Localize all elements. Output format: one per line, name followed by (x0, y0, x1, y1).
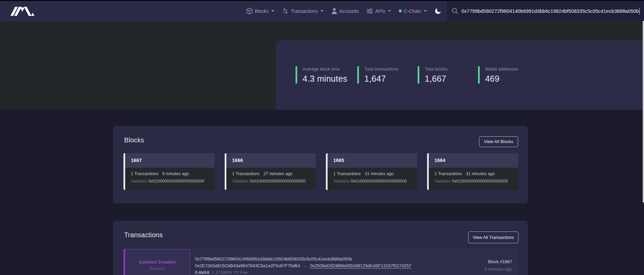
transaction-amount: 0 AVAX (195, 270, 209, 275)
transaction-status: Success (149, 266, 166, 271)
search-icon (452, 8, 458, 14)
cube-icon (246, 8, 253, 15)
block-number[interactable]: 1665 (326, 153, 417, 168)
stat-value: 4.3 minutes (303, 74, 347, 84)
to-address-link[interactable]: 0x2938eD5D869e50DA6f125dfc45F13157f52742… (310, 263, 411, 268)
chevron-down-icon (320, 10, 324, 12)
block-card[interactable]: 1667 1 Transactions9 minutes ago Validat… (123, 153, 215, 190)
validator-address: 0x01000000000000000000000000000000000000… (351, 179, 412, 184)
nav-item-transactions[interactable]: Transactions (282, 8, 324, 14)
nav-transactions-label: Transactions (291, 8, 318, 14)
stat-accent-bar (418, 66, 419, 84)
view-all-transactions-button[interactable]: View All Transactions (468, 231, 519, 243)
chain-status-dot (399, 9, 402, 12)
chevron-down-icon (388, 10, 391, 12)
stat-label: Total blocks (425, 67, 448, 72)
block-accent-bar (326, 153, 328, 190)
transaction-age: 9 minutes ago (484, 267, 512, 272)
sliders-icon (366, 8, 373, 14)
search-bar[interactable]: 0x7799bd580272f9604140b6991d3bb6c19924bf… (447, 1, 644, 21)
chevron-down-icon (424, 10, 427, 12)
block-tx-count: 1 Transactions (131, 171, 158, 176)
transaction-hash[interactable]: 0x7799bd580272f9604140b6991d3bb6c19924bf… (195, 256, 519, 262)
validator-label: Validator (435, 179, 451, 184)
search-input-value[interactable]: 0x7799bd580272f9604140b6991d3bb6c19924bf… (461, 8, 639, 14)
stat-label: Wallet addresses (485, 67, 519, 72)
from-address[interactable]: 0x2E7263d815CbB43a9647843C8a1e2F5c87F75d… (195, 263, 300, 268)
nav-item-accounts[interactable]: Accounts (331, 8, 359, 14)
blocks-title: Blocks (124, 136, 144, 144)
blocks-section: Blocks View All Blocks 1667 1 Transactio… (113, 126, 528, 203)
nav-apis-label: APIs (375, 8, 385, 14)
person-icon (331, 8, 337, 14)
view-all-blocks-button[interactable]: View All Blocks (479, 136, 518, 147)
scrollbar[interactable] (643, 21, 644, 202)
block-tx-count: 1 Transactions (435, 171, 462, 176)
nav-chain-label: C-Chain (404, 8, 421, 14)
hero-section: Average block time 4.3 minutes Total tra… (0, 21, 644, 110)
stat-value: 469 (485, 74, 519, 84)
nav-accounts-label: Accounts (339, 8, 359, 14)
block-number[interactable]: 1666 (225, 153, 316, 168)
stat-label: Total transactions (364, 67, 398, 72)
validator-address: 0x01000000000000000000000000000000000000… (148, 179, 210, 184)
stat-accent-bar (357, 66, 359, 84)
block-tx-count: 1 Transactions (232, 171, 259, 176)
swap-arrows-icon (282, 8, 289, 14)
transactions-title: Transactions (124, 231, 163, 239)
stat-wallet-addresses: Wallet addresses 469 (478, 66, 519, 84)
transactions-section: Transactions View All Transactions Contr… (113, 221, 528, 275)
transaction-type: Contract Creation (139, 260, 176, 265)
stat-accent-bar (296, 66, 297, 84)
block-age: 9 minutes ago (162, 171, 189, 176)
transaction-type-cell: Contract Creation Success (125, 249, 190, 275)
validator-label: Validator (232, 179, 248, 184)
stat-total-blocks: Total blocks 1,667 (418, 66, 448, 84)
block-number[interactable]: 1664 (427, 153, 518, 168)
navbar: Blocks Transactions Accounts APIs C-Chai… (0, 1, 644, 21)
stat-value: 1,647 (364, 74, 398, 84)
block-accent-bar (225, 153, 226, 190)
validator-address: 0x01000000000000000000000000000000000000… (452, 179, 513, 184)
block-card[interactable]: 1664 1 Transactions31 minutes ago Valida… (427, 153, 518, 190)
stat-total-transactions: Total transactions 1,647 (357, 66, 398, 84)
block-tx-count: 1 Transactions (333, 171, 361, 176)
dark-mode-toggle[interactable] (435, 7, 442, 15)
nav-item-blocks[interactable]: Blocks (246, 8, 274, 15)
text-cursor (639, 8, 640, 15)
transaction-block-link[interactable]: Block #1667 (484, 259, 512, 264)
block-accent-bar (427, 153, 429, 190)
stats-panel: Average block time 4.3 minutes Total tra… (276, 40, 644, 110)
nav-item-apis[interactable]: APIs (366, 8, 391, 14)
block-cards-row: 1667 1 Transactions9 minutes ago Validat… (123, 153, 518, 190)
block-card[interactable]: 1666 1 Transactions27 minutes ago Valida… (225, 153, 316, 190)
block-number[interactable]: 1667 (123, 153, 215, 168)
moon-icon (435, 7, 442, 15)
validator-address: 0x01000000000000000000000000000000000000… (250, 179, 311, 184)
arrow-right-icon: → (303, 263, 307, 268)
transaction-row[interactable]: Contract Creation Success 0x7799bd580272… (123, 249, 519, 275)
block-age: 31 minutes ago (365, 171, 393, 176)
block-accent-bar (123, 153, 125, 190)
block-age: 27 minutes ago (263, 171, 292, 176)
block-card[interactable]: 1665 1 Transactions31 minutes ago Valida… (326, 153, 417, 190)
stat-average-block-time: Average block time 4.3 minutes (296, 66, 347, 84)
transaction-fee: 1.1718604 TX Fee (212, 270, 248, 275)
nav-item-chain-selector[interactable]: C-Chain (399, 8, 427, 14)
stat-accent-bar (478, 66, 480, 84)
transaction-details: 0x7799bd580272f9604140b6991d3bb6c19924bf… (190, 249, 519, 275)
chevron-down-icon (271, 10, 274, 12)
stat-value: 1,667 (425, 74, 448, 84)
avalanche-logo[interactable] (10, 7, 35, 16)
stat-label: Average block time (303, 67, 347, 72)
validator-label: Validator (131, 179, 147, 184)
nav-blocks-label: Blocks (255, 8, 269, 14)
validator-label: Validator (333, 179, 349, 184)
main-nav: Blocks Transactions Accounts APIs C-Chai… (246, 1, 442, 21)
block-age: 31 minutes ago (466, 171, 495, 176)
